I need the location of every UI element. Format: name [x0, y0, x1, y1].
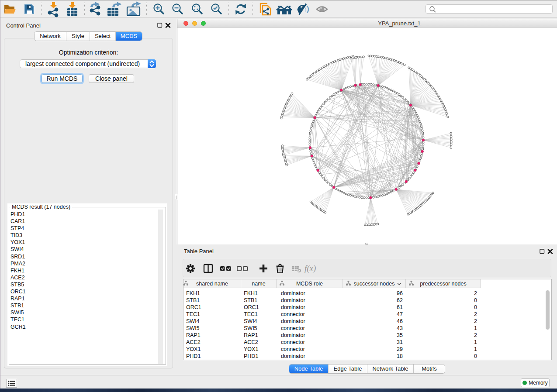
svg-text:f(x): f(x) [304, 264, 316, 273]
